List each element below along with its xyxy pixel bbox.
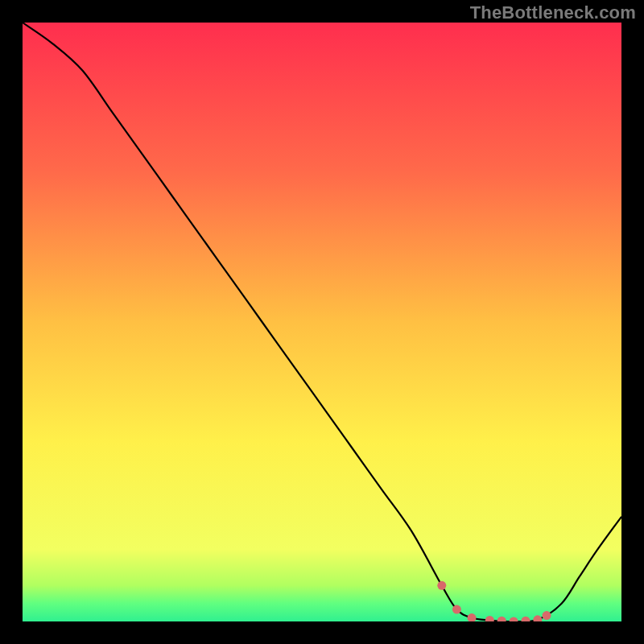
marker-dot bbox=[510, 617, 518, 622]
marker-dot bbox=[543, 611, 551, 620]
watermark-text: TheBottleneck.com bbox=[470, 2, 636, 23]
curve-overlay bbox=[23, 23, 621, 621]
marker-dot bbox=[485, 616, 494, 621]
marker-dot bbox=[452, 605, 461, 614]
marker-dot bbox=[521, 617, 530, 621]
bottleneck-curve bbox=[23, 23, 621, 621]
plot-area bbox=[23, 23, 621, 621]
marker-dot bbox=[437, 581, 446, 590]
marker-dot bbox=[497, 617, 506, 621]
marker-dot bbox=[533, 615, 542, 621]
marker-group bbox=[437, 581, 551, 621]
marker-dot bbox=[468, 613, 477, 621]
chart-frame: TheBottleneck.com bbox=[0, 0, 644, 644]
